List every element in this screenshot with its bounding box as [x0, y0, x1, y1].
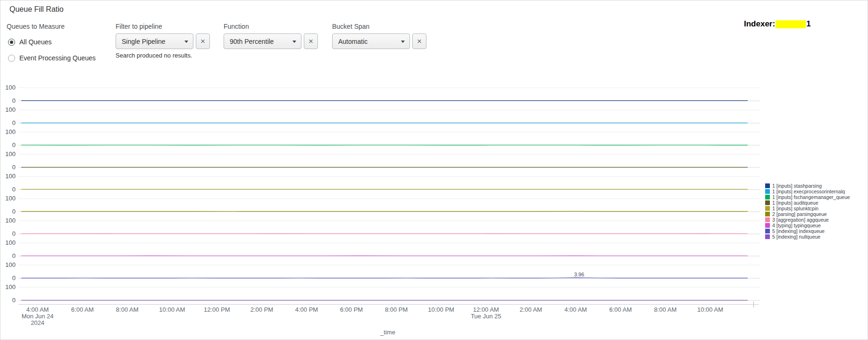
x-tick-11: 2:00 AM [507, 307, 554, 313]
no-results-message: Search produced no results. [116, 52, 210, 59]
y-tick-0: 0 [0, 208, 16, 215]
function-dropdown[interactable]: 90th Percentile [224, 33, 301, 49]
x-tick-label: 10:00 PM [417, 307, 465, 313]
page-title: Queue Fill Ratio [9, 5, 64, 14]
indexer-heading: Indexer: 1 [744, 19, 811, 29]
legend-label: 1 [inputs] splunktcpin [772, 206, 818, 211]
legend-item-3[interactable]: 1 [inputs] fschangemanager_queue [765, 194, 850, 200]
y-tick-100: 100 [0, 262, 16, 268]
legend-swatch [765, 212, 770, 216]
chevron-down-icon [184, 41, 188, 43]
legend-label: 5 [indexing] nullqueue [772, 234, 820, 240]
y-tick-100: 100 [0, 129, 16, 135]
close-icon: × [200, 37, 205, 46]
legend-swatch [765, 195, 770, 199]
x-tick-label: 8:00 PM [373, 307, 420, 313]
radio-unselected-icon[interactable] [8, 55, 15, 62]
chart-panel-6: 1000 [0, 196, 760, 218]
chart-panel-10: 1000 [0, 284, 760, 307]
chart-panel-7: 1000 [0, 218, 760, 240]
x-tick-label: 8:00 AM [104, 307, 151, 313]
x-tick-label: 4:00 PM [283, 307, 330, 313]
x-tick-12: 4:00 AM [552, 307, 599, 313]
legend-item-6[interactable]: 2 [parsing] parsingqueue [765, 211, 850, 217]
dropdown-value: Single Pipeline [122, 38, 166, 45]
y-tick-100: 100 [0, 107, 16, 113]
legend-label: 1 [inputs] fschangemanager_queue [772, 194, 850, 200]
radio-option-all-queues[interactable]: All Queues [8, 38, 51, 46]
function-clear-button[interactable]: × [304, 33, 318, 49]
legend-label: 3 [aggregation] aggqueue [772, 217, 829, 223]
x-tick-label: 4:00 AM [14, 307, 61, 313]
x-tick-label: 2:00 PM [238, 307, 285, 313]
queue-fill-ratio-dashboard: Queue Fill Ratio Queues to Measure All Q… [0, 0, 868, 340]
x-tick-3: 10:00 AM [149, 307, 196, 313]
filter-to-pipeline-label: Filter to pipeline [116, 23, 210, 30]
legend-label: 1 [inputs] auditqueue [772, 200, 818, 206]
x-tick-2: 8:00 AM [104, 307, 151, 313]
redacted-highlight [776, 20, 806, 28]
indexer-suffix: 1 [806, 19, 810, 29]
radio-option-event-processing-queues[interactable]: Event Processing Queues [8, 54, 96, 62]
y-tick-100: 100 [0, 240, 16, 246]
legend-item-10[interactable]: 5 [indexing] nullqueue [765, 234, 850, 240]
x-tick-label: 12:00 AM [462, 307, 509, 313]
legend-item-2[interactable]: 1 [inputs] execprocessorinternalq [765, 189, 850, 194]
sparkline-8 [18, 240, 760, 262]
legend-item-7[interactable]: 3 [aggregation] aggqueue [765, 217, 850, 223]
legend-swatch [765, 189, 770, 194]
x-tick-label: 8:00 AM [642, 307, 689, 313]
filter-to-pipeline-clear-button[interactable]: × [196, 33, 210, 49]
legend-item-5[interactable]: 1 [inputs] splunktcpin [765, 206, 850, 211]
x-tick-13: 6:00 AM [597, 307, 644, 313]
chart-panel-8: 1000 [0, 240, 760, 262]
legend-item-1[interactable]: 1 [inputs] stashparsing [765, 183, 850, 189]
radio-option-label: Event Processing Queues [19, 54, 96, 62]
x-tick-label: 4:00 AM [552, 307, 599, 313]
bucket-span-clear-button[interactable]: × [412, 33, 426, 49]
chart-panel-9: 10003.96 [0, 262, 760, 284]
y-tick-0: 0 [0, 253, 16, 259]
chart-panel-2: 1000 [0, 107, 760, 129]
y-tick-0: 0 [0, 142, 16, 149]
x-tick-date: 2024 [14, 320, 61, 326]
y-tick-0: 0 [0, 98, 16, 104]
x-tick-14: 8:00 AM [642, 307, 689, 313]
value-annotation: 3.96 [574, 272, 584, 277]
x-tick-4: 12:00 PM [193, 307, 241, 313]
legend-label: 5 [indexing] indexqueue [772, 228, 825, 234]
function-label: Function [224, 23, 318, 30]
y-tick-100: 100 [0, 284, 16, 290]
chart-panels: 1000100010001000100010001000100010003.96… [0, 85, 760, 307]
x-tick-6: 4:00 PM [283, 307, 330, 313]
y-tick-0: 0 [0, 231, 16, 237]
chart-panel-3: 1000 [0, 129, 760, 151]
radio-selected-icon[interactable] [8, 39, 15, 46]
y-tick-100: 100 [0, 173, 16, 180]
close-icon: × [309, 37, 313, 46]
legend-label: 2 [parsing] parsingqueue [772, 211, 827, 217]
legend-swatch [765, 183, 770, 188]
legend-item-8[interactable]: 4 [typing] typingqueue [765, 223, 850, 228]
x-tick-label: 10:00 AM [149, 307, 196, 313]
x-tick-label: 2:00 AM [507, 307, 554, 313]
y-tick-0: 0 [0, 297, 16, 304]
y-tick-100: 100 [0, 84, 16, 91]
sparkline-3 [18, 129, 760, 151]
indexer-label: Indexer: [744, 19, 775, 29]
legend-swatch [765, 234, 770, 239]
function-control: Function 90th Percentile × [224, 23, 318, 49]
x-tick-9: 10:00 PM [417, 307, 465, 313]
bucket-span-control: Bucket Span Automatic × [332, 23, 426, 49]
legend-item-4[interactable]: 1 [inputs] auditqueue [765, 200, 850, 206]
chevron-down-icon [292, 41, 296, 43]
radio-option-label: All Queues [19, 38, 51, 46]
bucket-span-dropdown[interactable]: Automatic [332, 33, 410, 49]
x-tick-label: 10:00 AM [687, 307, 734, 313]
sparkline-1 [18, 85, 760, 107]
legend-item-9[interactable]: 5 [indexing] indexqueue [765, 228, 850, 234]
series-line [21, 278, 748, 278]
chart-panel-1: 1000 [0, 85, 760, 107]
y-tick-0: 0 [0, 120, 16, 126]
filter-to-pipeline-dropdown[interactable]: Single Pipeline [116, 33, 193, 49]
